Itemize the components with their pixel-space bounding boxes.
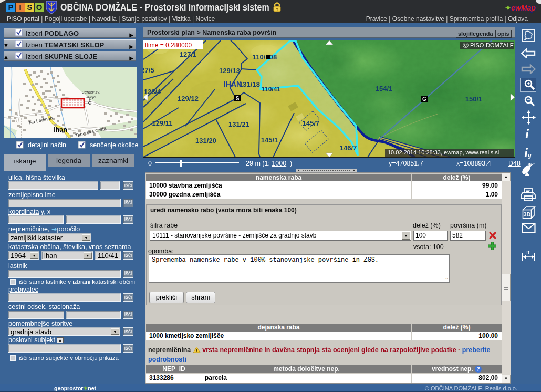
svg-text:ltime = 0.280000: ltime = 0.280000	[145, 42, 192, 49]
svg-text:145/1: 145/1	[261, 136, 278, 144]
svg-text:110/41: 110/41	[262, 86, 280, 93]
svg-text:145/7: 145/7	[303, 119, 320, 127]
svg-text:Jurija: Jurija	[86, 95, 96, 99]
svg-text:10.02.2014 10:28:33, ewmap, ww: 10.02.2014 10:28:33, ewmap, www.realis.s…	[388, 149, 499, 156]
svg-text:131/20: 131/20	[195, 137, 216, 145]
svg-text:150/1: 150/1	[465, 95, 483, 103]
svg-text:154/1: 154/1	[376, 85, 393, 92]
svg-text:G: G	[422, 96, 426, 102]
svg-text:27/5: 27/5	[143, 66, 154, 74]
svg-text:127/1: 127/1	[180, 50, 197, 58]
svg-text:129/11: 129/11	[152, 119, 172, 127]
svg-text:!: !	[196, 348, 197, 353]
svg-text:S: S	[236, 96, 240, 101]
svg-text:Ihan: Ihan	[54, 126, 67, 133]
svg-text:3D: 3D	[523, 211, 530, 218]
svg-text:146/7: 146/7	[340, 144, 357, 152]
svg-text:110/208: 110/208	[253, 53, 277, 61]
svg-text:m: m	[526, 249, 530, 255]
svg-text:IHAN: IHAN	[224, 80, 242, 88]
svg-text:Cerkev sv.: Cerkev sv.	[82, 90, 100, 95]
svg-text:129/13: 129/13	[219, 67, 240, 75]
svg-text:129/12: 129/12	[178, 95, 199, 102]
svg-text:131/21: 131/21	[228, 120, 249, 128]
svg-text:131/18: 131/18	[239, 80, 260, 88]
svg-text:ⓒ PISO-DOMŽALE: ⓒ PISO-DOMŽALE	[463, 42, 514, 48]
